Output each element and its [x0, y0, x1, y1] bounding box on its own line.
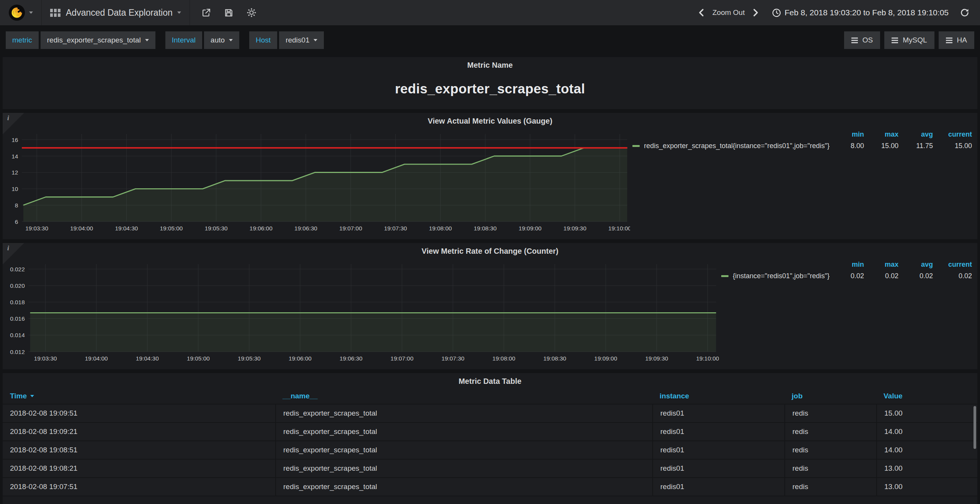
- svg-text:0.020: 0.020: [10, 282, 24, 289]
- variable-value-Host[interactable]: redis01: [279, 31, 324, 49]
- legend-stat-value: 0.02: [898, 272, 933, 280]
- column-header-name[interactable]: __name__: [275, 392, 652, 400]
- zoom-out-button[interactable]: Zoom Out: [712, 8, 745, 17]
- variable-label-Interval[interactable]: Interval: [165, 31, 202, 49]
- legend-sort-max[interactable]: max: [864, 261, 898, 269]
- gauge-chart-legend: minmaxavgcurrentredis_exporter_scrapes_t…: [630, 128, 977, 150]
- time-range-picker[interactable]: Feb 8, 2018 19:03:20 to Feb 8, 2018 19:1…: [772, 8, 949, 17]
- legend-series-name[interactable]: redis_exporter_scrapes_total{instance="r…: [632, 142, 830, 150]
- svg-text:19:10:00: 19:10:00: [608, 225, 630, 232]
- table-cell: 2018-02-08 19:09:21: [3, 423, 275, 440]
- svg-text:19:09:30: 19:09:30: [645, 355, 668, 362]
- dashboard-actions: [190, 0, 268, 25]
- panel-title[interactable]: Metric Name: [3, 57, 977, 72]
- table-cell: redis: [784, 460, 876, 477]
- svg-text:16: 16: [11, 137, 18, 143]
- panel-title[interactable]: Metric Data Table: [3, 373, 977, 388]
- save-icon[interactable]: [224, 8, 234, 18]
- legend-sort-min[interactable]: min: [830, 130, 864, 139]
- svg-text:8: 8: [15, 202, 18, 209]
- svg-text:0.016: 0.016: [10, 315, 24, 322]
- table-row: 2018-02-08 19:07:51redis_exporter_scrape…: [3, 478, 977, 496]
- legend-sort-max[interactable]: max: [864, 130, 898, 139]
- series-color-swatch: [632, 145, 640, 147]
- variable-group-Interval: Intervalauto: [165, 31, 239, 49]
- svg-text:19:03:30: 19:03:30: [25, 225, 48, 232]
- table-row: 2018-02-08 19:08:21redis_exporter_scrape…: [3, 460, 977, 478]
- column-header-job[interactable]: job: [784, 392, 876, 400]
- panel-title[interactable]: View Metric Rate of Change (Counter): [3, 243, 977, 258]
- dashboard-grid-icon: [50, 9, 60, 17]
- settings-gear-icon[interactable]: [247, 8, 256, 18]
- legend-sort-current[interactable]: current: [933, 261, 972, 269]
- svg-text:0.022: 0.022: [10, 266, 24, 272]
- table-cell: 15.00: [876, 405, 977, 422]
- table-cell: redis: [784, 441, 876, 459]
- table-cell: 2018-02-08 19:08:51: [3, 441, 275, 459]
- legend-series-label: {instance="redis01",job="redis"}: [733, 272, 830, 280]
- legend-sort-avg[interactable]: avg: [898, 261, 933, 269]
- svg-text:19:09:00: 19:09:00: [519, 225, 542, 232]
- svg-text:19:04:00: 19:04:00: [85, 355, 108, 362]
- table-cell: redis01: [652, 423, 784, 440]
- time-range-text: Feb 8, 2018 19:03:20 to Feb 8, 2018 19:1…: [784, 8, 949, 17]
- variable-label-Host[interactable]: Host: [249, 31, 277, 49]
- chevron-down-icon: [145, 39, 149, 41]
- column-header-Time[interactable]: Time: [3, 392, 275, 400]
- variable-label-metric[interactable]: metric: [6, 31, 39, 49]
- table-row: 2018-02-08 19:08:51redis_exporter_scrape…: [3, 441, 977, 460]
- variable-value-Interval[interactable]: auto: [204, 31, 239, 49]
- legend-sort-avg[interactable]: avg: [898, 130, 933, 139]
- grafana-logo-menu[interactable]: [8, 4, 33, 21]
- svg-text:0.014: 0.014: [10, 332, 25, 338]
- refresh-icon[interactable]: [960, 8, 969, 17]
- panel-info-icon[interactable]: i: [3, 113, 24, 134]
- counter-chart-panel: i View Metric Rate of Change (Counter) 0…: [3, 243, 977, 369]
- table-cell: 14.00: [876, 423, 977, 440]
- time-shift-left-icon[interactable]: [698, 8, 705, 17]
- svg-text:19:09:30: 19:09:30: [564, 225, 586, 232]
- gauge-chart-plot[interactable]: 681012141619:03:3019:04:0019:04:3019:05:…: [3, 128, 630, 236]
- column-header-instance[interactable]: instance: [652, 392, 784, 400]
- legend-sort-current[interactable]: current: [933, 130, 972, 139]
- panel-title[interactable]: View Actual Metric Values (Gauge): [3, 113, 977, 128]
- legend-series-name[interactable]: {instance="redis01",job="redis"}: [721, 272, 830, 280]
- svg-text:19:05:00: 19:05:00: [160, 225, 183, 232]
- panel-info-icon[interactable]: i: [3, 243, 24, 264]
- variable-value-metric[interactable]: redis_exporter_scrapes_total: [41, 31, 155, 49]
- table-cell: redis_exporter_scrapes_total: [275, 405, 652, 422]
- dashboard-link-os[interactable]: OS: [844, 31, 880, 49]
- template-variables: metricredis_exporter_scrapes_totalInterv…: [6, 31, 334, 49]
- svg-text:19:05:30: 19:05:30: [205, 225, 228, 232]
- svg-text:19:04:00: 19:04:00: [70, 225, 93, 232]
- counter-chart-plot[interactable]: 0.0120.0140.0160.0180.0200.02219:03:3019…: [3, 258, 719, 366]
- table-cell: redis_exporter_scrapes_total: [275, 478, 652, 496]
- svg-text:19:07:30: 19:07:30: [384, 225, 407, 232]
- table-cell: 2018-02-08 19:07:51: [3, 478, 275, 496]
- dashboard-title[interactable]: Advanced Data Exploration: [66, 8, 173, 18]
- svg-text:19:06:30: 19:06:30: [294, 225, 317, 232]
- legend-stat-value: 15.00: [864, 142, 898, 150]
- time-shift-right-icon[interactable]: [752, 8, 759, 17]
- logo-dropdown-caret[interactable]: [29, 11, 33, 14]
- svg-text:19:03:30: 19:03:30: [34, 355, 57, 362]
- legend-stat-value: 8.00: [830, 142, 864, 150]
- submenu-controls: metricredis_exporter_scrapes_totalInterv…: [0, 25, 980, 55]
- grafana-dashboard: Advanced Data Exploration: [0, 0, 980, 504]
- svg-text:19:05:30: 19:05:30: [238, 355, 261, 362]
- table-cell: 2018-02-08 19:08:21: [3, 460, 275, 477]
- table-scrollbar[interactable]: [973, 406, 976, 449]
- column-header-Value[interactable]: Value: [876, 392, 977, 400]
- share-icon[interactable]: [201, 8, 211, 18]
- navbar-spacer: [268, 0, 698, 25]
- dashboard-link-mysql[interactable]: MySQL: [884, 31, 934, 49]
- table-cell: redis01: [652, 441, 784, 459]
- table-cell: redis_exporter_scrapes_total: [275, 423, 652, 440]
- svg-text:19:08:00: 19:08:00: [429, 225, 452, 232]
- dashboard-link-ha[interactable]: HA: [939, 31, 974, 49]
- legend-series-label: redis_exporter_scrapes_total{instance="r…: [644, 142, 830, 150]
- svg-text:19:07:00: 19:07:00: [390, 355, 413, 362]
- dashboard-dropdown-caret[interactable]: [177, 11, 181, 14]
- table-row: 2018-02-08 19:09:21redis_exporter_scrape…: [3, 423, 977, 441]
- legend-sort-min[interactable]: min: [830, 261, 864, 269]
